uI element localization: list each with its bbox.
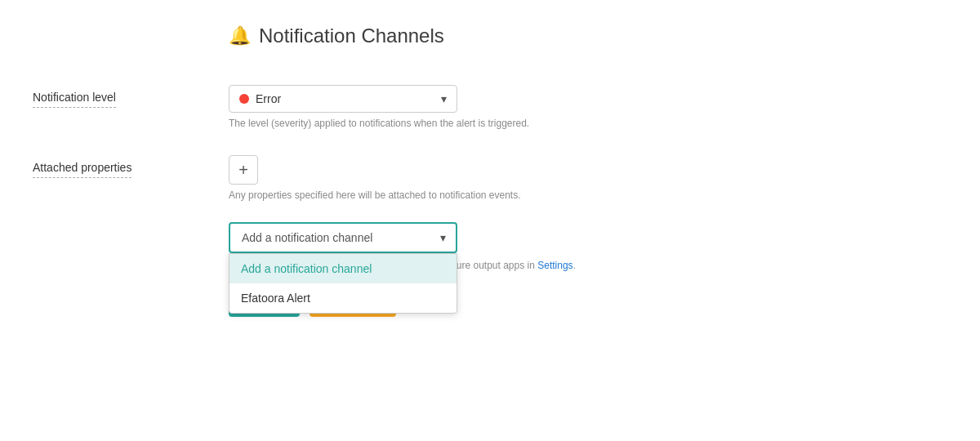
page-title: Notification Channels <box>259 24 444 47</box>
attached-properties-content: + Any properties specified here will be … <box>229 155 947 201</box>
settings-link[interactable]: Settings <box>537 260 572 271</box>
dropdown-item-efatoora[interactable]: Efatoora Alert <box>229 283 457 313</box>
notification-level-value: Error <box>256 92 281 105</box>
channel-dropdown-menu: Add a notification channel Efatoora Aler… <box>229 253 457 314</box>
channel-row: Add a notification channel Add a notific… <box>33 222 947 271</box>
add-property-button[interactable]: + <box>229 155 258 185</box>
buttons-row: SAVE DELETE CLOSE <box>33 287 947 317</box>
error-dot-icon <box>239 94 249 104</box>
page-title-area: 🔔 Notification Channels <box>33 24 947 47</box>
page-container: 🔔 Notification Channels Notification lev… <box>0 0 980 441</box>
attached-properties-label: Attached properties <box>33 161 131 178</box>
channel-select-value: Add a notification channel <box>242 231 372 244</box>
notification-level-label-col: Notification level <box>33 85 229 108</box>
attached-properties-row: Attached properties + Any properties spe… <box>33 142 947 214</box>
bell-icon: 🔔 <box>229 25 251 47</box>
dropdown-item-add-channel[interactable]: Add a notification channel <box>229 254 457 283</box>
notification-level-row: Notification level Error The level (seve… <box>33 72 947 142</box>
attached-properties-help: Any properties specified here will be at… <box>229 189 947 201</box>
attached-properties-label-col: Attached properties <box>33 155 229 178</box>
notification-level-select-wrapper: Error <box>229 85 457 113</box>
channel-help-suffix: . <box>573 260 576 271</box>
notification-level-content: Error The level (severity) applied to no… <box>229 85 947 129</box>
notification-level-help: The level (severity) applied to notifica… <box>229 118 947 129</box>
notification-level-label: Notification level <box>33 91 116 108</box>
channel-select[interactable]: Add a notification channel <box>229 222 457 253</box>
channel-select-wrapper: Add a notification channel Add a notific… <box>229 222 457 253</box>
form-area: Notification level Error The level (seve… <box>33 72 947 214</box>
notification-level-select[interactable]: Error <box>229 85 457 113</box>
